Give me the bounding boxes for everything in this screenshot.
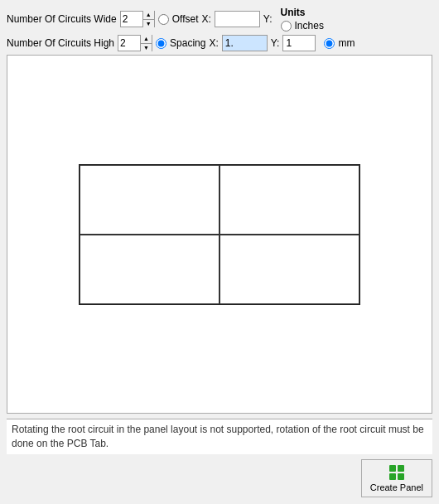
- circuits-high-label: Number Of Circuits High: [7, 37, 114, 49]
- create-panel-button[interactable]: Create Panel: [361, 459, 432, 497]
- spacing-label[interactable]: Spacing: [170, 37, 205, 49]
- create-panel-label: Create Panel: [370, 482, 423, 492]
- y-offset-label: Y:: [263, 13, 273, 25]
- inches-label[interactable]: Inches: [295, 20, 324, 32]
- icon-cell-3: [389, 473, 396, 480]
- panel-cell-top-right: [220, 165, 359, 235]
- x-offset-label: X:: [202, 13, 211, 25]
- panel-cell-bottom-right: [220, 235, 359, 304]
- create-panel-icon: [389, 465, 404, 480]
- circuits-high-row: Number Of Circuits High ▲ ▼ Spacing X: Y…: [7, 35, 355, 51]
- icon-cell-1: [389, 465, 396, 472]
- panel-cell-top-left: [80, 165, 220, 235]
- inches-radio[interactable]: [281, 21, 292, 32]
- panel-grid: [79, 164, 360, 305]
- circuits-wide-spin-down[interactable]: ▼: [143, 20, 154, 28]
- units-section: Units Inches: [281, 7, 324, 32]
- circuits-high-input-wrapper: ▲ ▼: [118, 35, 152, 51]
- circuits-wide-input[interactable]: [121, 12, 142, 27]
- circuits-wide-spin-up[interactable]: ▲: [143, 11, 154, 20]
- y-spacing-label: Y:: [271, 37, 280, 49]
- spacing-radio[interactable]: [156, 38, 166, 49]
- offset-radio[interactable]: [158, 14, 169, 25]
- circuits-wide-spinner: ▲ ▼: [142, 11, 154, 27]
- inches-row: Inches: [281, 20, 324, 32]
- circuits-high-spinner: ▲ ▼: [140, 35, 152, 51]
- top-rows: Number Of Circuits Wide ▲ ▼ Offset X: Y:…: [7, 7, 355, 51]
- circuits-wide-row: Number Of Circuits Wide ▲ ▼ Offset X: Y:…: [7, 7, 355, 32]
- units-label: Units: [281, 7, 324, 18]
- y-spacing-input[interactable]: [282, 35, 316, 51]
- main-container: Number Of Circuits Wide ▲ ▼ Offset X: Y:…: [0, 0, 439, 504]
- canvas-area: [7, 55, 432, 414]
- x-spacing-input[interactable]: [222, 35, 268, 51]
- mm-row: mm: [324, 37, 355, 49]
- notice-text: Rotating the root circuit in the panel l…: [7, 419, 432, 454]
- circuits-high-input[interactable]: [118, 36, 140, 51]
- offset-label[interactable]: Offset: [172, 13, 199, 25]
- x-spacing-label: X:: [209, 37, 218, 49]
- mm-label[interactable]: mm: [338, 37, 355, 49]
- bottom-bar: Create Panel: [7, 459, 432, 497]
- notice-content: Rotating the root circuit in the panel l…: [12, 424, 424, 449]
- x-offset-input[interactable]: [215, 11, 260, 27]
- mm-radio[interactable]: [324, 38, 335, 49]
- circuits-high-spin-up[interactable]: ▲: [141, 35, 152, 44]
- top-section: Number Of Circuits Wide ▲ ▼ Offset X: Y:…: [7, 7, 432, 51]
- icon-cell-2: [398, 465, 404, 472]
- icon-cell-4: [398, 473, 404, 480]
- circuits-wide-label: Number Of Circuits Wide: [7, 13, 117, 25]
- circuits-wide-input-wrapper: ▲ ▼: [120, 11, 155, 27]
- circuits-high-spin-down[interactable]: ▼: [141, 44, 152, 52]
- panel-cell-bottom-left: [80, 235, 220, 304]
